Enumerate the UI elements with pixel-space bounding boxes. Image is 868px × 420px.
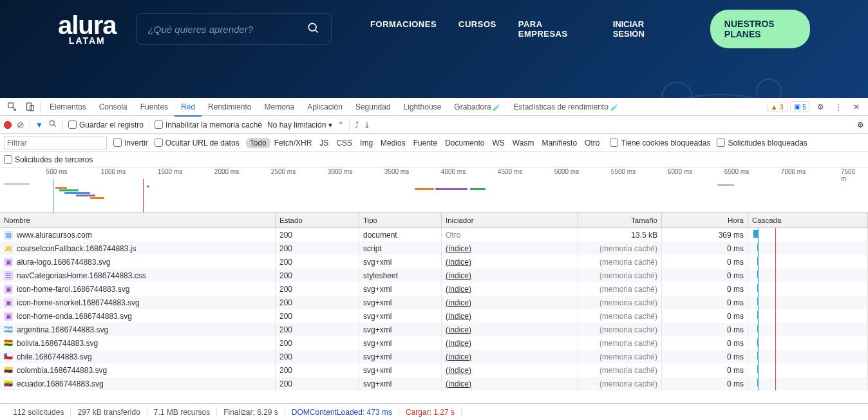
- table-row[interactable]: ▣icon-home-farol.1686744883.svg200svg+xm…: [0, 282, 868, 296]
- col-waterfall[interactable]: Cascada: [748, 213, 868, 227]
- request-name: icon-home-farol.1686744883.svg: [17, 285, 129, 294]
- table-row[interactable]: ▣icon-home-onda.1686744883.svg200svg+xml…: [0, 309, 868, 323]
- request-name: www.aluracursos.com: [17, 231, 92, 240]
- filter-input[interactable]: [4, 137, 107, 149]
- header-decoration: [598, 52, 842, 98]
- initiator-link[interactable]: (índice): [446, 312, 471, 321]
- tab-fuentes[interactable]: Fuentes: [134, 99, 175, 115]
- table-row[interactable]: 🇨🇱chile.1686744883.svg200svg+xml(índice)…: [0, 350, 868, 363]
- table-row[interactable]: 🇪🇨ecuador.1686744883.svg200svg+xml(índic…: [0, 377, 868, 390]
- blocked-cookies-checkbox[interactable]: Tiene cookies bloqueadas: [610, 138, 710, 148]
- type-filter-fuente[interactable]: Fuente: [410, 138, 441, 148]
- tab-memoria[interactable]: Memoria: [258, 99, 301, 115]
- type-filter-css[interactable]: CSS: [332, 138, 356, 148]
- close-icon[interactable]: ✕: [849, 99, 864, 115]
- nav-cursos[interactable]: CURSOS: [458, 19, 496, 39]
- blocked-requests-checkbox[interactable]: Solicitudes bloqueadas: [717, 138, 807, 148]
- type-filter-wasm[interactable]: Wasm: [509, 138, 538, 148]
- tab-red[interactable]: Red: [175, 99, 202, 117]
- preserve-log-checkbox[interactable]: Guardar el registro: [68, 120, 144, 129]
- download-icon[interactable]: ⤓: [364, 120, 370, 129]
- col-init[interactable]: Iniciador: [442, 213, 578, 227]
- svg-point-9: [50, 120, 54, 125]
- filter-icon[interactable]: ▼: [35, 120, 43, 129]
- network-timeline[interactable]: 500 ms1000 ms1500 ms2000 ms2500 ms3000 m…: [0, 167, 868, 213]
- table-row[interactable]: JScourseIconFallback.1686744883.js200scr…: [0, 242, 868, 255]
- tab-seguridad[interactable]: Seguridad: [349, 99, 397, 115]
- type-filter-manifiesto[interactable]: Manifiesto: [538, 138, 581, 148]
- tab-grabadora[interactable]: Grabadora: [448, 99, 507, 115]
- login-link[interactable]: INICIAR SESIÓN: [613, 19, 665, 39]
- type-filter-ws[interactable]: WS: [489, 138, 509, 148]
- timeline-tick: 5000 ms: [554, 168, 579, 175]
- nav-empresas[interactable]: PARA EMPRESAS: [518, 19, 568, 39]
- type-filter-js[interactable]: JS: [316, 138, 332, 148]
- inspect-icon[interactable]: [4, 99, 19, 115]
- type-filter-documento[interactable]: Documento: [441, 138, 488, 148]
- table-row[interactable]: 🇨🇴colombia.1686744883.svg200svg+xml(índi…: [0, 363, 868, 377]
- clear-icon[interactable]: ⊘: [17, 120, 24, 130]
- col-time[interactable]: Hora: [662, 213, 748, 227]
- timeline-tick: 5500 ms: [611, 168, 636, 175]
- device-icon[interactable]: [22, 99, 37, 115]
- record-button[interactable]: [4, 121, 12, 129]
- nav-formaciones[interactable]: FORMACIONES: [370, 19, 437, 39]
- table-row[interactable]: ▣alura-logo.1686744883.svg200svg+xml(índ…: [0, 255, 868, 269]
- type-filter-img[interactable]: Img: [356, 138, 377, 148]
- invert-checkbox[interactable]: Invertir: [113, 138, 148, 148]
- upload-icon[interactable]: ⤴: [355, 120, 359, 129]
- initiator-link[interactable]: (índice): [446, 244, 471, 253]
- tab-rendimiento[interactable]: Rendimiento: [202, 99, 258, 115]
- table-row[interactable]: ▤www.aluracursos.com200documentOtro13.5 …: [0, 228, 868, 242]
- status-transferred: 297 kB transferido: [71, 408, 147, 417]
- search-icon[interactable]: [48, 119, 57, 130]
- initiator-link[interactable]: (índice): [446, 366, 471, 375]
- initiator-link[interactable]: (índice): [446, 271, 471, 280]
- initiator-link[interactable]: (índice): [446, 285, 471, 294]
- tab-lighthouse[interactable]: Lighthouse: [397, 99, 448, 115]
- kebab-icon[interactable]: ⋮: [831, 99, 846, 115]
- stylesheet-icon: ☷: [4, 271, 13, 280]
- third-party-checkbox[interactable]: Solicitudes de terceros: [4, 155, 93, 164]
- warnings-badge[interactable]: ▲ 3: [767, 102, 788, 112]
- cta-button[interactable]: NUESTROS PLANES: [710, 10, 810, 48]
- disable-cache-checkbox[interactable]: Inhabilitar la memoria caché: [155, 120, 262, 129]
- initiator-link[interactable]: (índice): [446, 339, 471, 348]
- tab-aplicación[interactable]: Aplicación: [301, 99, 349, 115]
- initiator-link[interactable]: (índice): [446, 379, 471, 388]
- devtools-panel: ElementosConsolaFuentesRedRendimientoMem…: [0, 98, 868, 420]
- search-icon[interactable]: [307, 21, 319, 37]
- table-row[interactable]: 🇦🇷argentina.1686744883.svg200svg+xml(índ…: [0, 323, 868, 336]
- col-name[interactable]: Nombre: [0, 213, 276, 227]
- initiator-link[interactable]: (índice): [446, 258, 471, 267]
- search-box[interactable]: [136, 13, 332, 45]
- messages-badge[interactable]: ▣ 5: [790, 101, 810, 112]
- tab-consola[interactable]: Consola: [93, 99, 134, 115]
- tab-estadísticas-de-rendimiento[interactable]: Estadísticas de rendimiento: [507, 99, 624, 115]
- table-row[interactable]: ☷navCategoriasHome.1686744883.css200styl…: [0, 269, 868, 282]
- search-input[interactable]: [148, 24, 307, 35]
- type-filter-otro[interactable]: Otro: [581, 138, 603, 148]
- site-logo[interactable]: alura LATAM: [58, 14, 117, 45]
- divider: [40, 101, 41, 113]
- timeline-tick: 1000 ms: [101, 168, 126, 175]
- col-status[interactable]: Estado: [276, 213, 359, 227]
- hide-data-urls-checkbox[interactable]: Ocultar URL de datos: [155, 138, 240, 148]
- gear-icon[interactable]: ⚙: [857, 120, 864, 129]
- status-resources: 7.1 MB recursos: [147, 408, 217, 417]
- initiator-link[interactable]: (índice): [446, 352, 471, 361]
- initiator-link[interactable]: (índice): [446, 325, 471, 334]
- tab-elementos[interactable]: Elementos: [43, 99, 93, 115]
- col-size[interactable]: Tamaño: [578, 213, 662, 227]
- table-row[interactable]: 🇧🇴bolivia.1686744883.svg200svg+xml(índic…: [0, 336, 868, 350]
- gear-icon[interactable]: ⚙: [813, 99, 828, 115]
- wifi-icon[interactable]: ⌃: [337, 120, 344, 129]
- initiator-link[interactable]: (índice): [446, 298, 471, 307]
- type-filter-todo[interactable]: Todo: [246, 138, 270, 148]
- type-filter-fetch/xhr[interactable]: Fetch/XHR: [270, 138, 316, 148]
- throttling-select[interactable]: No hay limitación ▾: [267, 120, 332, 129]
- svg-point-4: [308, 23, 316, 31]
- table-row[interactable]: ▣icon-home-snorkel.1686744883.svg200svg+…: [0, 296, 868, 309]
- type-filter-medios[interactable]: Medios: [377, 138, 410, 148]
- col-type[interactable]: Tipo: [359, 213, 442, 227]
